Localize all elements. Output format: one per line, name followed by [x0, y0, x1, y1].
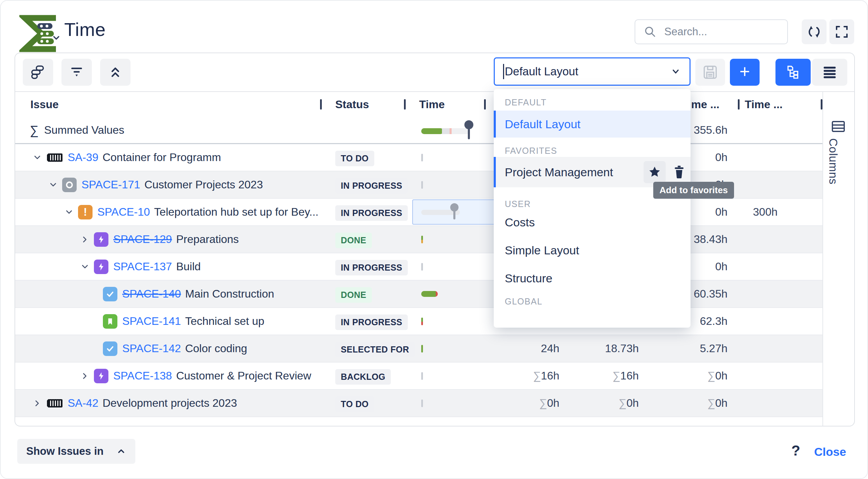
- time-progress-cell[interactable]: [421, 226, 504, 253]
- epic-issue-icon: [94, 369, 108, 383]
- help-button[interactable]: ?: [791, 442, 800, 459]
- status-badge: IN PROGRESS: [335, 314, 408, 330]
- column-resize-handle[interactable]: [738, 99, 740, 110]
- column-resize-handle[interactable]: [484, 99, 486, 110]
- expand-chevron-icon[interactable]: [47, 179, 59, 191]
- issue-summary: Build: [176, 260, 201, 273]
- issue-key-link[interactable]: SPACE-140: [122, 288, 181, 300]
- issue-key-link[interactable]: SA-39: [68, 151, 98, 164]
- menu-item-label: Structure: [505, 272, 552, 285]
- time-slider[interactable]: [413, 200, 468, 224]
- task-issue-icon: [103, 287, 117, 301]
- status-badge: DONE: [335, 287, 372, 303]
- expand-chevron-icon[interactable]: [79, 261, 91, 273]
- issue-key-link[interactable]: SA-42: [68, 397, 98, 410]
- search-input[interactable]: Search...: [635, 19, 788, 44]
- status-badge: TO DO: [335, 151, 374, 166]
- search-icon: [644, 25, 657, 38]
- table-row[interactable]: SPACE-137 Build IN PROGRESS 0h: [15, 253, 822, 281]
- progress-tick: [421, 372, 423, 380]
- time-progress-cell[interactable]: [421, 308, 504, 335]
- table-row[interactable]: SPACE-129 Preparations DONE 38.43h: [15, 226, 822, 253]
- time-progress-cell[interactable]: [421, 390, 504, 416]
- column-header-issue[interactable]: Issue: [30, 92, 59, 117]
- time-progress-cell[interactable]: [421, 363, 504, 389]
- menu-section-global: GLOBAL: [505, 297, 542, 307]
- time-progress-cell[interactable]: [421, 253, 504, 280]
- table-row[interactable]: SPACE-142 Color coding SELECTED FOR 24h …: [15, 335, 822, 363]
- table-row[interactable]: SA-42 Development projects 2023 TO DO ∑0…: [15, 390, 822, 417]
- favorite-star-button[interactable]: [644, 161, 666, 183]
- search-placeholder: Search...: [664, 26, 707, 38]
- time-value: ∑0h: [498, 390, 559, 416]
- save-layout-button[interactable]: [695, 59, 725, 86]
- list-view-button[interactable]: [812, 59, 847, 86]
- collapsed-chevron-icon[interactable]: [79, 233, 91, 246]
- time-value: 300h: [738, 199, 778, 225]
- menu-item-simple-layout[interactable]: Simple Layout: [494, 238, 691, 262]
- column-resize-handle[interactable]: [404, 99, 406, 110]
- menu-item-default-layout[interactable]: Default Layout: [494, 111, 691, 138]
- time-progress-cell[interactable]: [421, 281, 504, 307]
- table-row[interactable]: ! SPACE-10 Teleportation hub set up for …: [15, 199, 822, 226]
- show-issues-in-button[interactable]: Show Issues in: [17, 439, 135, 464]
- collapsed-chevron-icon[interactable]: [79, 370, 91, 382]
- issue-key-link[interactable]: SPACE-142: [122, 342, 181, 355]
- expand-chevron-icon[interactable]: [31, 151, 44, 164]
- menu-item-structure[interactable]: Structure: [494, 266, 691, 290]
- column-header-status[interactable]: Status: [335, 92, 369, 117]
- time-value: ∑0h: [657, 390, 727, 416]
- columns-panel-label[interactable]: Columns: [827, 138, 840, 185]
- issue-key-link[interactable]: SPACE-171: [81, 178, 140, 191]
- issue-summary: Technical set up: [185, 315, 264, 328]
- selected-indicator-bar: [494, 157, 496, 187]
- column-header-time[interactable]: Time: [419, 92, 445, 117]
- issue-key-link[interactable]: SPACE-137: [113, 260, 172, 273]
- delete-layout-button[interactable]: [673, 165, 685, 178]
- table-row[interactable]: SPACE-140 Main Construction DONE 60.35h: [15, 281, 822, 308]
- chevron-down-icon: [670, 66, 681, 77]
- status-badge: SELECTED FOR: [335, 342, 415, 357]
- plus-icon: +: [740, 63, 750, 81]
- time-progress-cell[interactable]: [421, 144, 504, 171]
- container-issue-icon: [46, 150, 63, 165]
- epic-issue-icon: [94, 260, 108, 274]
- close-link[interactable]: Close: [814, 445, 846, 459]
- issue-summary: Main Construction: [185, 288, 274, 300]
- column-resize-handle[interactable]: [320, 99, 322, 110]
- issue-key-link[interactable]: SPACE-141: [122, 315, 181, 328]
- app-switcher-chevron-icon[interactable]: [51, 32, 61, 43]
- issue-key-link[interactable]: SPACE-10: [97, 206, 150, 218]
- selected-time-cell[interactable]: [412, 199, 495, 225]
- status-badge: DONE: [335, 233, 372, 248]
- issue-key-link[interactable]: SPACE-129: [113, 233, 172, 246]
- column-header-time-d[interactable]: Time ...: [745, 92, 783, 117]
- tree-view-button[interactable]: [775, 59, 811, 86]
- layout-select[interactable]: Default Layout: [494, 57, 691, 86]
- menu-section-favorites: FAVORITES: [505, 146, 557, 156]
- columns-table-icon[interactable]: [831, 120, 845, 133]
- refresh-button[interactable]: [802, 19, 827, 44]
- layout-dropdown-menu: DEFAULT Default Layout FAVORITES Project…: [494, 89, 691, 328]
- table-row[interactable]: SA-39 Container for Programm TO DO 0h: [15, 144, 822, 171]
- page-title: Time: [64, 19, 106, 40]
- collapse-all-button[interactable]: [100, 59, 131, 86]
- time-progress-cell[interactable]: [421, 335, 504, 362]
- table-row[interactable]: SPACE-138 Customer & Project Review BACK…: [15, 363, 822, 390]
- issue-key-link[interactable]: SPACE-138: [113, 369, 172, 382]
- fullscreen-button[interactable]: [829, 19, 854, 44]
- table-row[interactable]: SPACE-141 Technical set up IN PROGRESS 6…: [15, 308, 822, 335]
- progress-tick: [421, 154, 423, 161]
- layout-select-value: Default Layout: [505, 65, 670, 78]
- time-value: 5.27h: [657, 335, 727, 362]
- time-progress-cell[interactable]: [421, 171, 504, 198]
- group-by-button[interactable]: [23, 59, 53, 86]
- add-layout-button[interactable]: +: [730, 59, 760, 86]
- program-issue-icon: [62, 178, 77, 192]
- menu-item-costs[interactable]: Costs: [494, 210, 691, 234]
- expand-chevron-icon[interactable]: [63, 206, 75, 218]
- collapsed-chevron-icon[interactable]: [31, 397, 44, 410]
- sigma-icon: ∑: [30, 123, 39, 138]
- status-badge: IN PROGRESS: [335, 205, 408, 221]
- filter-button[interactable]: [61, 59, 92, 86]
